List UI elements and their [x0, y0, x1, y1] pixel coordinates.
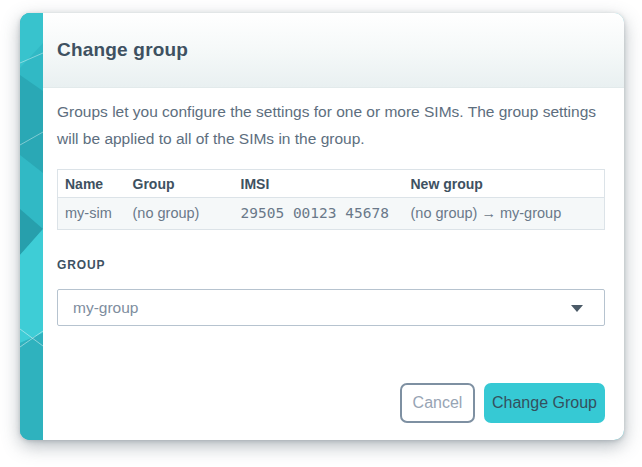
modal-footer: Cancel Change Group — [57, 383, 605, 423]
table-header-row: Name Group IMSI New group — [58, 170, 605, 198]
cell-sim-imsi: 29505 00123 45678 — [234, 198, 404, 230]
group-field-label: GROUP — [57, 258, 605, 272]
column-header-imsi: IMSI — [234, 170, 404, 198]
change-group-button[interactable]: Change Group — [484, 383, 605, 423]
app-window: Change group Groups let you configure th… — [20, 13, 624, 440]
group-select-value: my-group — [73, 299, 138, 317]
modal-description: Groups let you configure the settings fo… — [57, 98, 605, 152]
cell-sim-group: (no group) — [126, 198, 234, 230]
modal-header: Change group — [43, 13, 624, 88]
modal-title: Change group — [57, 39, 188, 61]
page-background-strip — [20, 13, 43, 440]
chevron-down-icon — [571, 305, 583, 312]
column-header-group: Group — [126, 170, 234, 198]
teal-pattern-decoration — [20, 13, 43, 440]
cancel-button[interactable]: Cancel — [400, 383, 475, 423]
sims-table: Name Group IMSI New group my-sim (no gro… — [57, 169, 605, 230]
change-group-modal: Change group Groups let you configure th… — [43, 13, 624, 440]
column-header-new-group: New group — [404, 170, 605, 198]
table-row: my-sim (no group) 29505 00123 45678 (no … — [58, 198, 605, 230]
group-select[interactable]: my-group — [57, 289, 605, 326]
cell-sim-new-group: (no group) → my-group — [404, 198, 605, 230]
cell-sim-name: my-sim — [58, 198, 126, 230]
column-header-name: Name — [58, 170, 126, 198]
modal-body: Groups let you configure the settings fo… — [43, 88, 624, 440]
